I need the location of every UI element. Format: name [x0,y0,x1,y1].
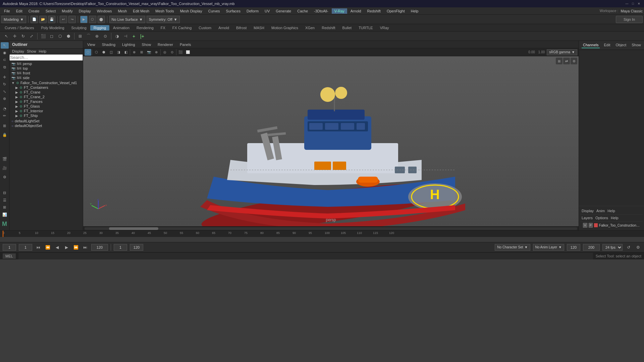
rp-layers-subtab[interactable]: Layers [582,216,593,220]
vertex-tool[interactable]: ⬛ [40,33,47,40]
move-btn[interactable]: ✛ [1,74,9,80]
rp-tab-edit[interactable]: Edit [602,42,611,48]
tab-arnold[interactable]: Arnold [215,25,232,31]
mode-dropdown[interactable]: Modeling ▼ [1,16,26,23]
outliner-display-menu[interactable]: Display [12,49,24,53]
tab-fx[interactable]: FX [157,25,169,31]
tree-ft-interrior[interactable]: ▶ ⚙ FT_Interrior [14,109,82,113]
move-tool[interactable]: ✛ [11,33,18,40]
select-mode-btn[interactable]: ↖ [1,42,9,49]
no-live-surface[interactable]: No Live Surface ▼ [109,16,145,23]
viewport-menu-view[interactable]: View [85,42,98,47]
select-btn[interactable]: ▶ [80,16,88,23]
channel-box-btn[interactable]: 📊 [1,212,9,218]
step-forward-btn[interactable]: ⏩ [72,244,79,251]
menu-select[interactable]: Select [43,8,59,14]
vp-snap-btn[interactable]: ⊕ [153,49,160,56]
ipr-btn[interactable]: 🎥 [1,165,9,171]
menu-curves[interactable]: Curves [206,8,223,14]
viewport-menu-shading[interactable]: Shading [99,42,118,47]
tree-front[interactable]: 📷 M4 front [10,71,82,75]
vp-options-btn[interactable]: ⚙ [571,58,577,64]
tree-ft-ship[interactable]: ▶ ⚙ FT_Ship [14,113,82,118]
multi-select-tool[interactable]: ⬢ [65,33,72,40]
outliner-show-menu[interactable]: Show [27,49,36,53]
window-controls[interactable]: — □ ✕ [625,1,641,6]
save-scene-btn[interactable]: 💾 [48,16,55,23]
tab-rendering[interactable]: Rendering [133,25,157,31]
menu-vray[interactable]: V-Ray [332,8,347,14]
rp-display-tab[interactable]: Display [582,209,594,213]
play-end-input[interactable] [567,244,580,251]
component-btn[interactable]: ⧉ [1,64,9,70]
vp-display-mode-btn[interactable]: ⬡ [85,49,91,56]
end-frame-input[interactable] [91,244,108,251]
sign-in-btn[interactable]: Sign In [616,16,643,23]
rp-help-subtab[interactable]: Help [611,216,619,220]
vp-grid-btn[interactable]: ⊞ [138,49,145,56]
scroll-thumb[interactable] [109,227,158,230]
anim-options-btn[interactable]: ⚙ [635,244,641,251]
tab-xgen[interactable]: XGen [302,25,318,31]
menu-surfaces[interactable]: Surfaces [223,8,243,14]
soft-mod-btn[interactable]: ◔ [1,106,9,112]
tree-ft-crane-2[interactable]: ▶ ⚙ FT_Crane_2 [14,95,82,99]
viewport-menu-show[interactable]: Show [139,42,154,47]
fps-select[interactable]: 24 fps 30 fps 60 fps [602,244,623,251]
undo-btn[interactable]: ↩ [60,16,67,23]
snap-toggle-btn[interactable]: 🔒 [1,132,9,138]
tab-fx-caching[interactable]: FX Caching [169,25,195,31]
render-btn[interactable]: 🎬 [1,156,9,162]
soft-select-tool[interactable]: ◑ [113,33,121,40]
menu-arnold[interactable]: Arnold [348,8,364,14]
vp-isolate-btn[interactable]: ◎ [161,49,168,56]
viewport-menu-panels[interactable]: Panels [177,42,194,47]
go-to-end-btn[interactable]: ⏭ [82,244,89,251]
tree-top[interactable]: 📷 M4 top [10,66,82,71]
outliner-search[interactable] [9,54,83,61]
tab-poly-modeling[interactable]: Poly Modeling [38,25,67,31]
tab-bullet[interactable]: Bullet [339,25,355,31]
range-start-input[interactable] [114,244,127,251]
menu-edit-mesh[interactable]: Edit Mesh [130,8,152,14]
range-end-input[interactable] [583,244,600,251]
vp-camera-btn[interactable]: 📷 [146,49,152,56]
menu-edit[interactable]: Edit [13,8,25,14]
layer-color-swatch[interactable] [594,223,598,227]
vp-xray-btn[interactable]: ⊗ [131,49,138,56]
rotate-tool[interactable]: ↻ [19,33,27,40]
play-btn[interactable]: ▶ [63,244,70,251]
menu-openflight[interactable]: OpenFlight [384,8,408,14]
anim-settings-btn[interactable]: ↺ [625,244,632,251]
scale-btn[interactable]: ⤡ [1,88,9,95]
show-manip-btn[interactable]: ⊞ [1,123,9,129]
paint-btn[interactable]: ⬤ [98,16,105,23]
menu-display[interactable]: Display [76,8,94,14]
start-frame-input[interactable] [19,244,32,251]
tree-persp[interactable]: 📷 M4 persp [10,61,82,66]
rp-tab-object[interactable]: Object [614,42,628,48]
current-frame-input[interactable] [3,244,16,251]
scale-tool[interactable]: ⤢ [28,33,35,40]
vp-light-btn[interactable]: ◨ [115,49,122,56]
sculpt-btn[interactable]: ✏ [1,113,9,119]
select-tool[interactable]: ↖ [3,33,10,40]
vp-shadow-btn[interactable]: ◧ [122,49,129,56]
range-input-2[interactable] [130,244,143,251]
snap-grid-tool[interactable]: ⊞ [76,33,84,40]
tree-ft-crane[interactable]: ▶ ⚙ FT_Crane [14,90,82,95]
snap-curve-tool[interactable]: ⌒ [85,33,92,40]
edge-tool[interactable]: ◻ [48,33,55,40]
rp-tab-channels[interactable]: Channels [582,42,600,48]
snap-view-tool[interactable]: ⊙ [102,33,109,40]
no-character-dropdown[interactable]: No Character Set ▼ [495,244,530,251]
render-settings-btn[interactable]: ⚙ [1,174,9,180]
menu-mesh-tools[interactable]: Mesh Tools [153,8,176,14]
universal-manip-btn[interactable]: ⊛ [1,96,9,102]
grid-btn[interactable]: ⊟ [1,190,9,196]
tab-rigging[interactable]: Rigging [90,25,109,31]
tree-ft-fances[interactable]: ▶ ⚙ FT_Fances [14,99,82,104]
vp-sync-btn[interactable]: ⇄ [563,58,570,64]
menu-windows[interactable]: Windows [94,8,115,14]
menu-redshift[interactable]: Redshift [365,8,383,14]
